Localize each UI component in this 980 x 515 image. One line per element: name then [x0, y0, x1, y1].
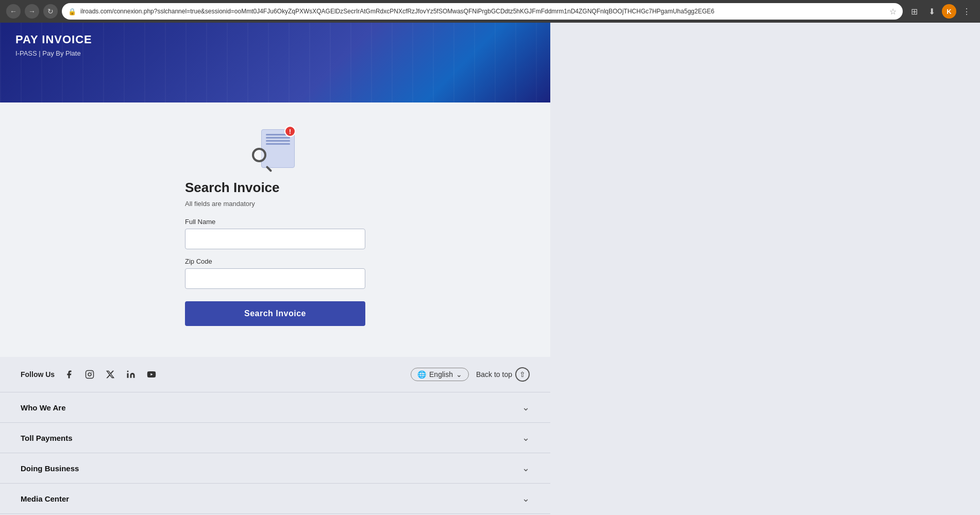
toll-payments-label: Toll Payments: [21, 434, 73, 442]
youtube-icon[interactable]: [144, 367, 159, 382]
footer-nav-doing-business[interactable]: Doing Business ⌄: [0, 453, 550, 484]
footer-nav-who-we-are[interactable]: Who We Are ⌄: [0, 392, 550, 423]
hero-title: PAY INVOICE: [15, 33, 92, 46]
footer-nav-toll-payments[interactable]: Toll Payments ⌄: [0, 423, 550, 453]
full-name-label: Full Name: [185, 218, 365, 226]
hero-banner: PAY INVOICE I-PASS | Pay By Plate: [0, 23, 550, 102]
star-icon[interactable]: ☆: [889, 7, 897, 16]
browser-icons: ⊞ ⬇ K ⋮: [907, 4, 974, 19]
zip-code-input[interactable]: [185, 268, 365, 289]
full-name-group: Full Name: [185, 218, 365, 249]
chevron-down-icon: ⌄: [522, 462, 530, 474]
mandatory-text: All fields are mandatory: [185, 200, 365, 208]
magnify-circle: [252, 148, 266, 162]
facebook-icon[interactable]: [62, 367, 76, 382]
hero-text: PAY INVOICE I-PASS | Pay By Plate: [15, 33, 92, 57]
social-icons: [62, 367, 159, 382]
lock-icon: 🔒: [68, 8, 76, 15]
hero-subtitle: I-PASS | Pay By Plate: [15, 49, 92, 57]
back-to-top-button[interactable]: Back to top ⇧: [476, 367, 530, 382]
x-twitter-icon[interactable]: [103, 367, 117, 382]
doing-business-label: Doing Business: [21, 464, 79, 473]
footer-right: 🌐 English ⌄ Back to top ⇧: [411, 367, 530, 382]
back-button[interactable]: ←: [6, 4, 21, 19]
profile-button[interactable]: K: [942, 4, 956, 19]
search-invoice-form: Search Invoice All fields are mandatory …: [185, 180, 365, 326]
back-to-top-circle: ⇧: [515, 367, 530, 382]
left-panel: PAY INVOICE I-PASS | Pay By Plate ! Sear…: [0, 23, 550, 515]
browser-chrome: ← → ↻ 🔒 ☆ ⊞ ⬇ K ⋮: [0, 0, 980, 23]
form-title: Search Invoice: [185, 180, 365, 196]
forward-button[interactable]: →: [25, 4, 39, 19]
footer-nav-media-center[interactable]: Media Center ⌄: [0, 484, 550, 514]
chevron-down-icon: ⌄: [522, 402, 530, 413]
chevron-down-icon: ⌄: [456, 370, 462, 379]
page-layout: PAY INVOICE I-PASS | Pay By Plate ! Sear…: [0, 23, 980, 515]
zip-code-label: Zip Code: [185, 258, 365, 265]
svg-point-3: [127, 371, 129, 372]
chevron-down-icon: ⌄: [522, 432, 530, 443]
magnify-handle: [266, 166, 273, 173]
footer-top: Follow Us: [0, 357, 550, 392]
zip-code-group: Zip Code: [185, 258, 365, 289]
download-button[interactable]: ⬇: [924, 4, 939, 19]
extensions-button[interactable]: ⊞: [907, 4, 921, 19]
media-center-label: Media Center: [21, 494, 69, 503]
svg-point-1: [88, 373, 91, 376]
invoice-search-icon: !: [252, 123, 298, 169]
full-name-input[interactable]: [185, 229, 365, 249]
who-we-are-label: Who We Are: [21, 403, 66, 412]
address-bar-wrapper: 🔒 ☆: [62, 3, 903, 20]
main-content: ! Search Invoice All fields are mandator…: [0, 102, 550, 357]
svg-point-2: [92, 372, 93, 373]
alert-badge-icon: !: [284, 126, 296, 137]
instagram-icon[interactable]: [82, 367, 97, 382]
chevron-down-icon: ⌄: [522, 493, 530, 504]
refresh-button[interactable]: ↻: [43, 4, 58, 19]
footer: Follow Us: [0, 357, 550, 515]
language-label: English: [429, 370, 453, 379]
language-selector[interactable]: 🌐 English ⌄: [411, 368, 469, 381]
search-invoice-button[interactable]: Search Invoice: [185, 301, 365, 326]
footer-nav: Who We Are ⌄ Toll Payments ⌄ Doing Busin…: [0, 392, 550, 515]
linkedin-icon[interactable]: [124, 367, 138, 382]
address-bar[interactable]: [80, 8, 885, 15]
globe-icon: 🌐: [417, 370, 426, 379]
follow-us-section: Follow Us: [21, 367, 159, 382]
magnify-glass-icon: [252, 148, 274, 169]
right-panel: [550, 23, 980, 515]
menu-button[interactable]: ⋮: [959, 4, 974, 19]
follow-us-label: Follow Us: [21, 370, 55, 379]
back-to-top-label: Back to top: [476, 370, 512, 379]
svg-rect-0: [86, 371, 94, 379]
